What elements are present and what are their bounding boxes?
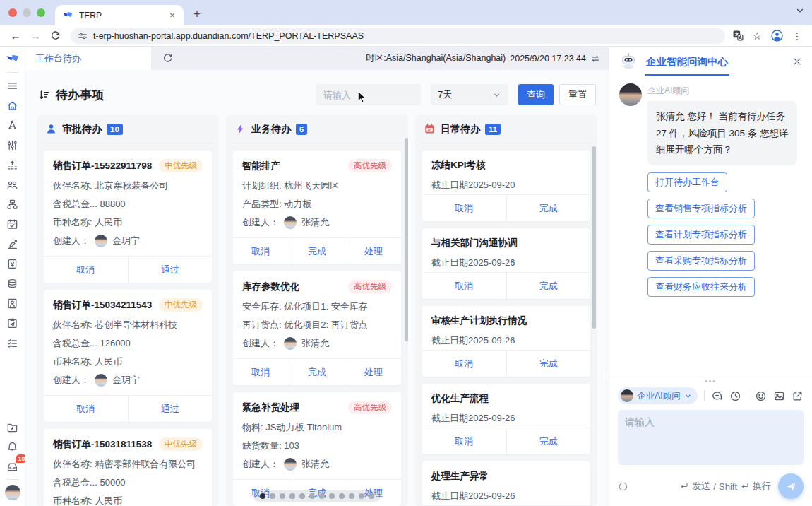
todo-card[interactable]: 销售订单-15034211543中优先级伙伴名称: 芯创半导体材料科技含税总金.…: [44, 290, 212, 422]
todo-card[interactable]: 处理生产异常截止日期2025-09-26取消完成: [422, 461, 590, 506]
quick-action-button[interactable]: 查看计划专项指标分析: [647, 225, 755, 245]
sidebar-item-home[interactable]: [4, 96, 22, 114]
emoji-icon[interactable]: [755, 390, 767, 402]
todo-card[interactable]: 与相关部门沟通协调截止日期2025-09-26取消完成: [422, 228, 590, 299]
back-icon[interactable]: ←: [7, 30, 24, 42]
card-action-处理[interactable]: 处理: [345, 359, 401, 385]
carousel-dot[interactable]: [260, 493, 265, 499]
card-action-完成[interactable]: 完成: [506, 351, 591, 377]
carousel-dot[interactable]: [280, 493, 285, 499]
sidebar-item-orgchart[interactable]: [4, 195, 22, 213]
send-button[interactable]: [778, 473, 804, 499]
url-bar[interactable]: t-erp-huoshan-portal.app.duandian.com/TE…: [71, 28, 725, 44]
column-scrollbar[interactable]: [592, 146, 596, 329]
timezone-swap-icon[interactable]: [590, 54, 600, 64]
app-logo-icon[interactable]: [6, 52, 20, 66]
card-action-取消[interactable]: 取消: [233, 238, 289, 264]
card-action-取消[interactable]: 取消: [44, 257, 128, 283]
card-action-取消[interactable]: 取消: [422, 351, 506, 377]
card-action-取消[interactable]: 取消: [233, 359, 289, 385]
sidebar-item-tree[interactable]: [4, 155, 22, 174]
browser-menu-icon[interactable]: ⋮: [792, 30, 802, 42]
sidebar-item-clipboard-plane[interactable]: [4, 314, 22, 332]
window-minimize-button[interactable]: [23, 8, 31, 17]
reload-icon[interactable]: [47, 30, 64, 41]
site-settings-icon[interactable]: [78, 31, 88, 41]
user-avatar[interactable]: [5, 485, 20, 500]
agent-selector[interactable]: 企业AI顾问: [618, 387, 698, 404]
carousel-dot[interactable]: [329, 493, 335, 499]
query-button[interactable]: 查询: [518, 84, 554, 105]
sidebar-item-bill[interactable]: [4, 254, 22, 273]
profile-avatar-icon[interactable]: [770, 29, 784, 42]
card-action-通过[interactable]: 通过: [128, 257, 213, 283]
todo-card[interactable]: 库存参数优化高优先级安全库存: 优化项目1: 安全库存再订货点: 优化项目2: …: [233, 271, 401, 385]
carousel-dot[interactable]: [349, 493, 354, 499]
info-icon[interactable]: [618, 481, 628, 492]
todo-card[interactable]: 冻结KPI考核截止日期2025-09-20取消完成: [422, 151, 590, 221]
card-action-完成[interactable]: 完成: [506, 273, 591, 299]
sort-icon[interactable]: [38, 89, 50, 101]
sidebar-item-checklist[interactable]: [4, 334, 22, 352]
carousel-dot[interactable]: [359, 493, 364, 499]
sidebar-item-folder-star[interactable]: [4, 418, 22, 436]
carousel-dot[interactable]: [319, 493, 325, 499]
sidebar-item-menu[interactable]: [4, 76, 22, 95]
resize-handle[interactable]: •••: [618, 379, 804, 384]
new-chat-icon[interactable]: [711, 390, 723, 402]
bookmark-star-icon[interactable]: ☆: [753, 30, 762, 42]
sidebar-collapse-handle[interactable]: »: [52, 324, 56, 332]
quick-action-button[interactable]: 打开待办工作台: [647, 172, 727, 192]
open-external-icon[interactable]: [792, 390, 804, 402]
refresh-icon[interactable]: [162, 53, 173, 64]
card-action-通过[interactable]: 通过: [128, 396, 213, 422]
column-scrollbar[interactable]: [405, 138, 408, 341]
reset-button[interactable]: 重置: [559, 84, 596, 105]
quick-action-button[interactable]: 查看采购专项指标分析: [647, 251, 755, 271]
carousel-dot[interactable]: [289, 493, 295, 499]
todo-card[interactable]: 销售订单-15031811538中优先级伙伴名称: 精密零部件联合有限公司含税总…: [44, 429, 212, 506]
card-action-完成[interactable]: 完成: [289, 238, 345, 264]
sidebar-item-coins[interactable]: [4, 274, 22, 293]
sidebar-item-team[interactable]: [4, 175, 22, 194]
sidebar-item-robot-arm[interactable]: [4, 235, 22, 253]
todo-card[interactable]: 优化生产流程截止日期2025-09-26取消完成: [422, 384, 590, 454]
image-icon[interactable]: [773, 390, 785, 402]
tab-search-chevron-icon[interactable]: [795, 6, 805, 16]
search-input[interactable]: [316, 84, 421, 105]
todo-card[interactable]: 审核生产计划执行情况截止日期2025-09-26取消完成: [422, 306, 590, 377]
window-zoom-button[interactable]: [37, 8, 45, 17]
todo-card[interactable]: 紧急补货处理高优先级物料: JS动力板-Titanium缺货数量: 103创建人…: [233, 392, 401, 506]
quick-action-button[interactable]: 查看财务应收往来分析: [647, 277, 755, 297]
range-select[interactable]: 7天: [431, 84, 508, 105]
sidebar-item-bell[interactable]: [4, 437, 22, 456]
new-tab-button[interactable]: +: [188, 5, 206, 23]
forward-icon[interactable]: →: [27, 30, 44, 42]
sidebar-item-calendar-check[interactable]: [4, 215, 22, 233]
carousel-dot[interactable]: [369, 493, 374, 499]
card-action-取消[interactable]: 取消: [422, 273, 506, 299]
carousel-dot[interactable]: [339, 493, 345, 499]
quick-action-button[interactable]: 查看销售专项指标分析: [647, 199, 755, 218]
card-action-取消[interactable]: 取消: [422, 428, 506, 454]
tab-close-icon[interactable]: ×: [167, 10, 178, 21]
message-input[interactable]: [618, 410, 804, 465]
translate-icon[interactable]: [732, 30, 744, 42]
todo-card[interactable]: 智能排产高优先级计划组织: 杭州飞天园区产品类型: 动力板创建人：张清允取消完成…: [233, 151, 401, 264]
todo-card[interactable]: 销售订单-15522911798中优先级伙伴名称: 北京寒秋装备公司含税总金..…: [44, 151, 212, 283]
card-action-取消[interactable]: 取消: [422, 195, 506, 221]
card-action-处理[interactable]: 处理: [345, 238, 401, 264]
sidebar-item-inbox[interactable]: 10: [4, 457, 22, 476]
carousel-dot[interactable]: [270, 493, 275, 499]
close-icon[interactable]: [792, 57, 802, 66]
card-action-完成[interactable]: 完成: [506, 195, 591, 221]
window-close-button[interactable]: [8, 8, 17, 17]
sidebar-item-compass[interactable]: [4, 116, 22, 134]
card-action-取消[interactable]: 取消: [44, 396, 128, 422]
carousel-dot[interactable]: [299, 493, 305, 499]
sidebar-item-doc-person[interactable]: [4, 294, 22, 312]
card-action-完成[interactable]: 完成: [289, 359, 345, 385]
sidebar-item-sliders[interactable]: [4, 136, 22, 154]
history-clock-icon[interactable]: [729, 390, 741, 402]
carousel-dot[interactable]: [309, 493, 315, 499]
